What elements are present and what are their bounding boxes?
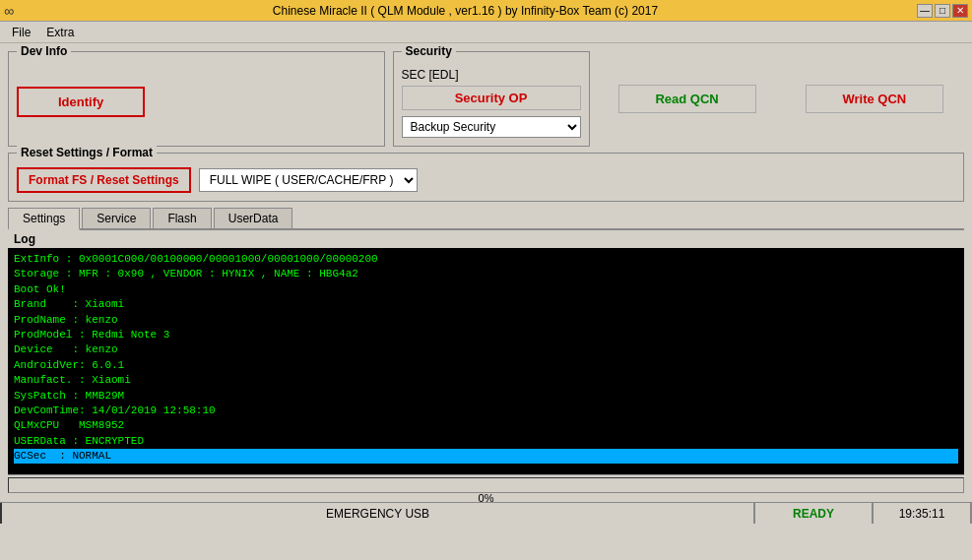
tab-flash[interactable]: Flash [153,208,211,228]
reset-panel: Reset Settings / Format Format FS / Rese… [8,153,964,202]
log-line: Boot Ok! [14,282,958,297]
read-qcn-button[interactable]: Read QCN [618,85,756,113]
log-line: QLMxCPU MSM8952 [14,418,958,433]
wipe-select[interactable]: FULL WIPE ( USER/CACHE/FRP )WIPE USER DA… [199,168,418,192]
log-line: Storage : MFR : 0x90 , VENDOR : HYNIX , … [14,267,958,281]
title-bar: ∞ Chinese Miracle II ( QLM Module , ver1… [0,0,972,22]
progress-bar-area: 0% [8,474,964,494]
tab-settings[interactable]: Settings [8,208,80,230]
progress-label: 0% [479,492,494,504]
maximize-button[interactable]: □ [935,4,950,18]
minimize-button[interactable]: — [917,4,933,18]
menu-file[interactable]: File [4,24,38,41]
write-qcn-button[interactable]: Write QCN [806,85,943,113]
log-terminal[interactable]: ExtInfo : 0x0001C000/00100000/00001000/0… [8,248,964,474]
log-line: ExtInfo : 0x0001C000/00100000/00001000/0… [14,252,958,267]
bottom-section: SettingsServiceFlashUserData Log ExtInfo… [8,208,964,494]
log-line: GCSec : NORMAL [14,449,958,464]
log-label: Log [8,230,964,248]
tab-userdata[interactable]: UserData [214,208,293,228]
log-line: SysPatch : MMB29M [14,389,958,404]
reset-inner: Format FS / Reset Settings FULL WIPE ( U… [17,167,955,193]
log-line: Brand : Xiaomi [14,297,958,312]
reset-row: Reset Settings / Format Format FS / Rese… [8,153,964,202]
log-line: AndroidVer: 6.0.1 [14,358,958,373]
reset-title: Reset Settings / Format [17,146,157,159]
progress-bar-track: 0% [8,477,964,493]
log-line: USERData : ENCRYPTED [14,434,958,449]
status-emergency: EMERGENCY USB [0,503,755,524]
format-reset-button[interactable]: Format FS / Reset Settings [17,167,191,193]
top-panels: Dev Info Identify Security SEC [EDL] Sec… [8,51,964,147]
sec-edl-label: SEC [EDL] [402,68,581,82]
security-op-button[interactable]: Security OP [402,86,581,110]
dev-info-title: Dev Info [17,44,71,58]
main-content: Dev Info Identify Security SEC [EDL] Sec… [0,43,972,502]
log-line: Device : kenzo [14,342,958,357]
security-title: Security [402,44,456,58]
app-icon: ∞ [4,3,14,19]
log-line: DevComTime: 14/01/2019 12:58:10 [14,404,958,418]
tabs-bar: SettingsServiceFlashUserData [8,208,964,230]
window-title: Chinese Miracle II ( QLM Module , ver1.1… [14,4,917,18]
status-bar: EMERGENCY USB READY 19:35:11 [0,502,972,524]
backup-security-select[interactable]: Backup SecurityRestore Security [402,116,581,138]
log-line: ProdModel : Redmi Note 3 [14,328,958,342]
qcn-area: Read QCN Write QCN [598,51,965,147]
menu-extra[interactable]: Extra [38,24,82,41]
identify-button[interactable]: Identify [17,87,145,117]
status-time: 19:35:11 [874,503,972,524]
tab-service[interactable]: Service [82,208,151,228]
security-panel: Security SEC [EDL] Security OP Backup Se… [393,51,590,147]
dev-info-panel: Dev Info Identify [8,51,385,147]
status-ready: READY [755,503,874,524]
window-controls: — □ ✕ [917,4,968,18]
log-line: ProdName : kenzo [14,313,958,328]
menu-bar: File Extra [0,22,972,43]
log-line: Manufact. : Xiaomi [14,373,958,388]
close-button[interactable]: ✕ [952,4,968,18]
